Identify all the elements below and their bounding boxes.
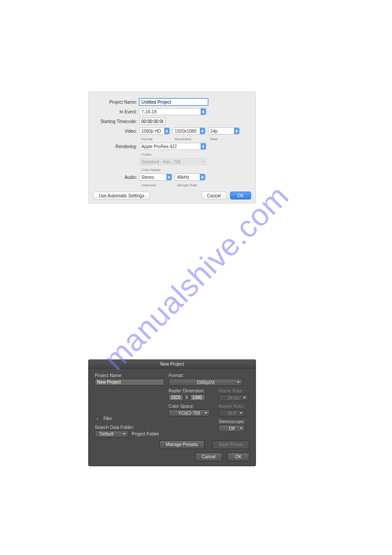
chevron-down-icon (243, 397, 246, 399)
search-data-folder-select[interactable]: Default (95, 431, 128, 438)
audio-channels-sub: Channels (141, 183, 177, 187)
video-rate-sub: Rate (210, 137, 218, 141)
stereoscopic-label: Stereoscopic: (219, 419, 249, 424)
chevron-updown-icon (201, 109, 206, 115)
chevron-updown-icon (200, 128, 205, 134)
fcp-new-project-dialog: Project Name: In Event: 7-18-18 Starting… (88, 91, 256, 203)
cancel-button[interactable]: Cancel (201, 192, 227, 200)
search-data-folder-value: Default (100, 432, 114, 436)
frame-rate-value: 24 fps (227, 395, 239, 400)
rendering-colorspace-value: Standard - Rec. 709 (141, 160, 181, 164)
video-format-value: 1080p HD (141, 129, 161, 134)
project-name-input[interactable] (139, 98, 208, 105)
cancel-button[interactable]: Cancel (195, 453, 222, 461)
frame-rate-label: Frame Rate: (219, 388, 249, 393)
chevron-updown-icon (164, 128, 169, 134)
format-select[interactable]: 1080p/24 (169, 379, 242, 386)
film-checkbox[interactable] (95, 417, 100, 421)
chevron-down-icon (240, 412, 242, 414)
video-rate-select[interactable]: 24p (208, 127, 240, 134)
in-event-label: In Event: (93, 109, 139, 114)
video-resolution-value: 1920x1080 (175, 129, 197, 134)
ok-button[interactable]: OK (230, 192, 251, 200)
rendering-codec-sub: Codec (141, 152, 151, 156)
audio-samplerate-sub: Sample Rate (177, 183, 197, 187)
chevron-updown-icon (201, 143, 206, 149)
raster-height-input[interactable]: 1080 (190, 394, 205, 401)
project-name-label: Project Name: (93, 100, 139, 105)
in-event-value: 7-18-18 (141, 109, 156, 114)
format-value: 1080p/24 (196, 380, 215, 385)
project-name-label: Project Name: (95, 373, 169, 378)
rendering-codec-select[interactable]: Apple ProRes 422 (139, 143, 206, 150)
chevron-down-icon (205, 412, 207, 414)
chevron-updown-icon (166, 174, 172, 180)
color-space-value: YCbCr 709 (178, 411, 200, 416)
aspect-ratio-label: Aspect Ratio: (219, 404, 249, 409)
ok-button[interactable]: OK (227, 453, 249, 461)
video-rate-value: 24p (210, 129, 218, 134)
audio-channels-value: Stereo (141, 175, 154, 180)
rendering-codec-value: Apple ProRes 422 (141, 144, 177, 149)
dialog-title: New Project (89, 360, 255, 369)
chevron-updown-icon (234, 128, 239, 134)
format-label: Format: (169, 373, 249, 378)
film-label: Film (104, 416, 112, 421)
audio-label: Audio: (93, 175, 139, 180)
chevron-down-icon (237, 381, 240, 383)
project-name-input[interactable] (95, 379, 164, 385)
audio-samplerate-select[interactable]: 48kHz (175, 174, 205, 181)
rendering-colorspace-select: Standard - Rec. 709 (139, 158, 206, 165)
chevron-down-icon (123, 433, 126, 435)
video-format-sub: Format (141, 137, 175, 141)
audio-samplerate-value: 48kHz (177, 175, 189, 180)
audio-channels-select[interactable]: Stereo (139, 174, 172, 181)
watermark: manualshive.com (97, 178, 295, 377)
video-resolution-sub: Resolution (175, 137, 210, 141)
aspect-ratio-value: 16:9 (227, 411, 236, 416)
save-preset-button: Save Preset (212, 440, 249, 449)
chevron-updown-icon (200, 174, 205, 180)
raster-dimension-label: Raster Dimension: (169, 388, 212, 393)
rendering-label: Rendering: (93, 144, 139, 149)
raster-width-input[interactable]: 1920 (169, 394, 183, 401)
chevron-down-icon (240, 428, 242, 429)
chevron-down-icon (201, 161, 204, 163)
color-space-label: Color Space: (169, 404, 212, 409)
search-data-folder-label: Search Data Folder: (95, 425, 169, 430)
frame-rate-select: 24 fps (219, 394, 248, 401)
aspect-ratio-select: 16:9 (219, 410, 245, 417)
video-format-select[interactable]: 1080p HD (139, 127, 170, 134)
manage-presets-button[interactable]: Manage Presets (159, 440, 205, 449)
avid-new-project-dialog: New Project Project Name: Film Search Da… (88, 359, 256, 466)
video-resolution-select[interactable]: 1920x1080 (173, 127, 205, 134)
use-automatic-settings-button[interactable]: Use Automatic Settings (93, 192, 150, 200)
video-label: Video: (93, 129, 139, 134)
search-data-folder-path: Project Folder (132, 432, 159, 436)
in-event-select[interactable]: 7-18-18 (139, 108, 206, 115)
stereoscopic-value: Off (229, 426, 234, 431)
raster-x-label: X (185, 395, 188, 400)
rendering-colorspace-sub: Color Space (141, 168, 161, 172)
starting-timecode-input[interactable] (139, 118, 165, 125)
color-space-select[interactable]: YCbCr 709 (169, 410, 210, 417)
starting-timecode-label: Starting Timecode: (93, 119, 139, 124)
stereoscopic-select[interactable]: Off (219, 425, 245, 432)
